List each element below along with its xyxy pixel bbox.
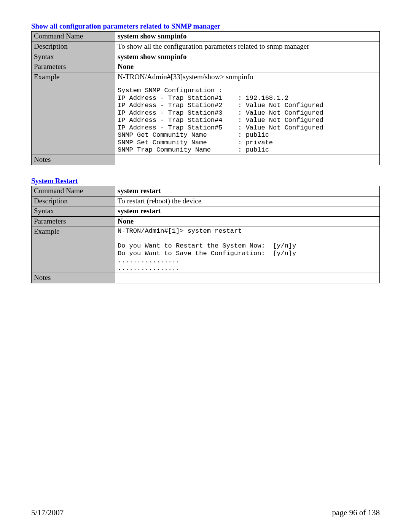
row-label: Example: [32, 227, 115, 273]
row-label: Example: [32, 72, 115, 155]
row-label: Description: [32, 42, 115, 52]
row-value-example: N-TRON/Admin#[1]> system restart Do you …: [115, 227, 380, 273]
row-label: Parameters: [32, 62, 115, 72]
table-row: Syntax system show snmpinfo: [32, 52, 380, 62]
footer-page: page 96 of 138: [332, 508, 380, 518]
example-output: N-TRON/Admin#[1]> system restart Do you …: [118, 227, 377, 272]
section1-title: Show all configuration parameters relate…: [31, 22, 380, 30]
row-value: To restart (reboot) the device: [115, 196, 380, 206]
table-row: Description To restart (reboot) the devi…: [32, 196, 380, 206]
row-value: [115, 155, 380, 165]
section2-title: System Restart: [31, 177, 380, 185]
row-label: Command Name: [32, 186, 115, 196]
row-label: Parameters: [32, 217, 115, 227]
row-label: Notes: [32, 155, 115, 165]
row-label: Command Name: [32, 32, 115, 42]
row-label: Notes: [32, 273, 115, 283]
row-value: system show snmpinfo: [115, 52, 380, 62]
table-row: Notes: [32, 155, 380, 165]
row-label: Syntax: [32, 52, 115, 62]
row-value: None: [115, 62, 380, 72]
section2-table: Command Name system restart Description …: [31, 186, 380, 283]
row-value-example: N-TRON/Admin#[33]system/show> snmpinfo S…: [115, 72, 380, 155]
row-value: [115, 273, 380, 283]
table-row: Example N-TRON/Admin#[1]> system restart…: [32, 227, 380, 273]
table-row: Parameters None: [32, 62, 380, 72]
example-command-line: N-TRON/Admin#[33]system/show> snmpinfo: [118, 73, 377, 81]
table-row: Parameters None: [32, 217, 380, 227]
section1-table: Command Name system show snmpinfo Descri…: [31, 31, 380, 165]
row-label: Description: [32, 196, 115, 206]
example-output: System SNMP Configuration : IP Address -…: [118, 87, 377, 154]
page-container: Show all configuration parameters relate…: [0, 0, 411, 532]
row-value: None: [115, 217, 380, 227]
row-value: To show all the configuration parameters…: [115, 42, 380, 52]
row-value: system restart: [115, 186, 380, 196]
row-value: system restart: [115, 206, 380, 217]
table-row: Example N-TRON/Admin#[33]system/show> sn…: [32, 72, 380, 155]
row-label: Syntax: [32, 206, 115, 217]
table-row: Syntax system restart: [32, 206, 380, 217]
footer-date: 5/17/2007: [31, 508, 64, 518]
page-footer: 5/17/2007 page 96 of 138: [31, 508, 380, 518]
table-row: Command Name system show snmpinfo: [32, 32, 380, 42]
table-row: Notes: [32, 273, 380, 283]
row-value: system show snmpinfo: [115, 32, 380, 42]
table-row: Command Name system restart: [32, 186, 380, 196]
table-row: Description To show all the configuratio…: [32, 42, 380, 52]
